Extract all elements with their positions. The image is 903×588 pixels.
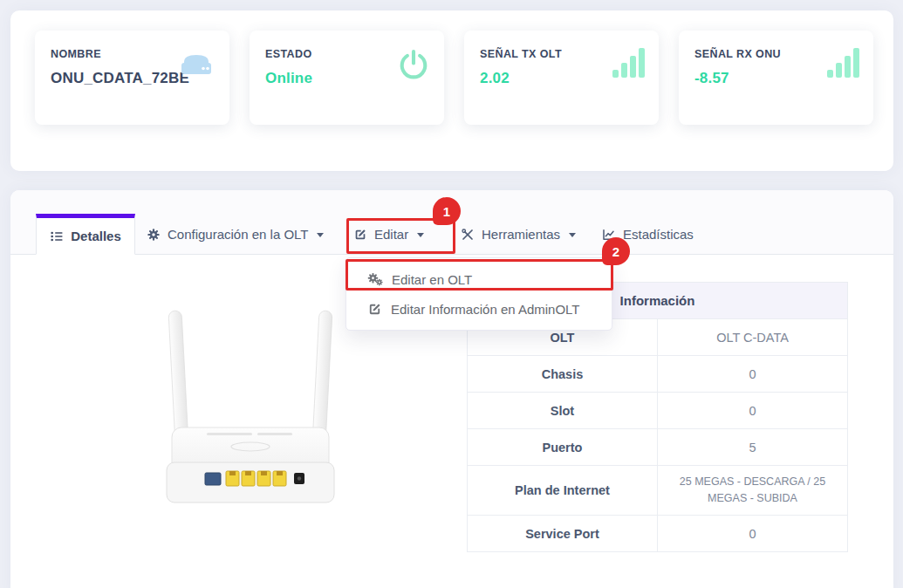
row-label: Slot bbox=[468, 393, 658, 429]
tab-label: Configuración en la OLT bbox=[168, 227, 308, 242]
tab-detalles[interactable]: Detalles bbox=[36, 214, 135, 255]
row-value: 5 bbox=[658, 429, 848, 466]
row-value: OLT C-DATA bbox=[658, 319, 848, 356]
row-label: Chasis bbox=[468, 356, 658, 393]
table-row: Chasis 0 bbox=[468, 356, 848, 393]
stat-card-estado: ESTADO Online bbox=[250, 31, 444, 125]
page: NOMBRE ONU_CDATA_72BE ESTADO Online bbox=[0, 0, 903, 588]
tab-herramientas[interactable]: Herramientas bbox=[461, 214, 576, 255]
menu-item-label: Editar en OLT bbox=[392, 272, 472, 287]
table-row: Slot 0 bbox=[468, 393, 848, 429]
stat-card-senal-tx: SEÑAL TX OLT 2.02 bbox=[464, 31, 659, 125]
table-row: Puerto 5 bbox=[468, 429, 848, 466]
edit-icon bbox=[353, 228, 367, 242]
row-value: 0 bbox=[658, 393, 848, 429]
annotation-badge-2: 2 bbox=[602, 237, 630, 265]
stat-card-nombre: NOMBRE ONU_CDATA_72BE bbox=[35, 31, 229, 125]
signal-bars-icon bbox=[827, 48, 859, 78]
chevron-down-icon bbox=[569, 233, 576, 237]
stat-card-senal-rx: SEÑAL RX ONU -8.57 bbox=[679, 31, 873, 125]
menu-item-editar-informacion-adminolt[interactable]: Editar Información en AdminOLT bbox=[346, 294, 612, 324]
row-label: Puerto bbox=[468, 429, 658, 466]
edit-icon bbox=[367, 302, 382, 317]
table-row: Plan de Internet 25 MEGAS - DESCARGA / 2… bbox=[468, 466, 848, 516]
stats-panel: NOMBRE ONU_CDATA_72BE ESTADO Online bbox=[10, 10, 893, 171]
row-value: 0 bbox=[658, 356, 848, 393]
onu-router-image bbox=[127, 305, 397, 515]
detail-panel: Detalles Configuración en la OLT bbox=[10, 190, 893, 588]
row-value: 0 bbox=[658, 516, 848, 552]
tab-editar[interactable]: Editar bbox=[353, 214, 424, 255]
cogs-icon bbox=[367, 272, 383, 286]
menu-item-editar-en-olt[interactable]: Editar en OLT bbox=[346, 264, 612, 294]
tools-icon bbox=[461, 228, 475, 242]
annotation-badge-1: 1 bbox=[433, 197, 461, 225]
row-label: Plan de Internet bbox=[468, 466, 658, 516]
signal-bars-icon bbox=[612, 48, 645, 78]
tab-label: Estadísticas bbox=[623, 227, 694, 242]
router-icon bbox=[177, 48, 215, 83]
row-value: 25 MEGAS - DESCARGA / 25 MEGAS - SUBIDA bbox=[658, 466, 848, 516]
tab-label: Detalles bbox=[71, 229, 121, 243]
editar-dropdown-menu: Editar en OLT Editar Información en Admi… bbox=[345, 257, 612, 331]
gear-icon bbox=[147, 228, 161, 242]
row-label: Service Port bbox=[468, 516, 658, 552]
tab-label: Editar bbox=[374, 227, 408, 242]
tab-label: Herramientas bbox=[482, 227, 560, 242]
chevron-down-icon bbox=[417, 233, 424, 237]
list-icon bbox=[50, 229, 64, 243]
chevron-down-icon bbox=[317, 233, 324, 237]
table-row: Service Port 0 bbox=[468, 516, 848, 552]
tab-configuracion-olt[interactable]: Configuración en la OLT bbox=[147, 214, 324, 255]
power-icon bbox=[397, 48, 430, 85]
menu-item-label: Editar Información en AdminOLT bbox=[391, 302, 580, 317]
